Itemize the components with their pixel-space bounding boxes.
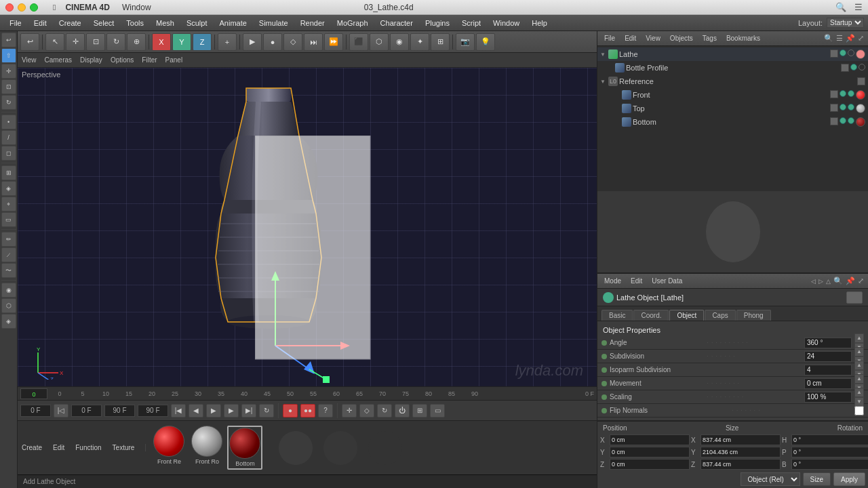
window-menu[interactable]: Window (122, 3, 151, 12)
attr-input-scaling[interactable] (804, 392, 852, 403)
attr-pin-icon[interactable]: 📌 (846, 277, 855, 285)
layout-select[interactable]: Startup (827, 18, 864, 28)
menu-script[interactable]: Script (456, 18, 486, 28)
keyframe-btn[interactable]: ◇ (283, 33, 302, 51)
menu-mograph[interactable]: MoGraph (332, 18, 374, 28)
paint-tool[interactable]: ✏ (1, 232, 16, 247)
select-tool[interactable]: ⇧ (1, 48, 16, 63)
menu-select[interactable]: Select (88, 18, 120, 28)
timeline[interactable]: 0 0 5 10 15 20 25 30 35 40 45 50 55 60 6… (18, 386, 597, 400)
help-btn[interactable]: ? (318, 404, 333, 418)
front-vis-icon[interactable] (830, 90, 838, 98)
anim-btn2[interactable]: ⏩ (324, 33, 343, 51)
rotate-btn[interactable]: ↻ (106, 33, 125, 51)
size-z-input[interactable] (701, 459, 781, 470)
mat-create-menu[interactable]: Create (22, 444, 42, 451)
menu-plugins[interactable]: Plugins (420, 18, 455, 28)
attr-input-isoparm[interactable] (804, 365, 852, 375)
menu-character[interactable]: Character (375, 18, 418, 28)
attr-search-icon[interactable]: 🔍 (833, 277, 843, 285)
apple-menu[interactable]:  (53, 3, 56, 12)
menu-animate[interactable]: Animate (214, 18, 252, 28)
prev-frame-btn[interactable]: ◀ (189, 404, 203, 418)
lathe-vis-icon[interactable] (830, 49, 838, 58)
obj-pin-icon[interactable]: 📌 (846, 34, 855, 43)
cameras-menu[interactable]: Cameras (45, 56, 73, 64)
record-all-btn[interactable]: ●● (300, 404, 315, 418)
light-btn[interactable]: 💡 (476, 33, 495, 51)
material-front-ro[interactable]: Front Ro (189, 426, 224, 470)
mat-edit-menu[interactable]: Edit (53, 444, 64, 451)
lathe-green-dot[interactable] (840, 49, 846, 56)
attr-nav-up[interactable]: △ (826, 278, 831, 285)
grid-view-btn[interactable]: ⊞ (431, 33, 450, 51)
bottom-green-dot[interactable] (840, 117, 846, 124)
obj-edit-menu[interactable]: Edit (622, 34, 639, 43)
obj-objects-menu[interactable]: Objects (667, 34, 696, 43)
loop-btn[interactable]: ↻ (259, 404, 274, 418)
tree-item-bottle-profile[interactable]: Bottle Profile (604, 61, 868, 75)
anim-btn[interactable]: ⏭ (304, 33, 323, 51)
tree-arrow-lathe[interactable]: ▼ (600, 52, 607, 58)
filter-menu[interactable]: Filter (142, 56, 157, 64)
attr-stepper-scaling[interactable]: ▲ ▼ (854, 388, 864, 407)
next-frame-btn[interactable]: ▶ (224, 404, 239, 418)
edge-mode[interactable]: / (1, 130, 16, 145)
play-btn-top[interactable]: ▶ (243, 33, 262, 51)
top-green-dot[interactable] (840, 104, 846, 110)
attr-input-angle[interactable] (804, 338, 852, 348)
obj-search-icon[interactable]: 🔍 (824, 34, 833, 43)
options-menu[interactable]: Options (111, 56, 134, 64)
point-mode[interactable]: • (1, 115, 16, 129)
attr-stepper-up-scaling[interactable]: ▲ (854, 388, 864, 397)
attr-input-movement[interactable] (804, 378, 852, 389)
grid-transport-btn[interactable]: ⊞ (412, 404, 427, 418)
attr-stepper-up-subdivision[interactable]: ▲ (854, 347, 864, 357)
rot-h-input[interactable] (791, 434, 868, 445)
sculpt-tool-2[interactable]: ⬡ (1, 298, 16, 313)
attr-stepper-up-movement[interactable]: ▲ (854, 374, 864, 384)
pos-z-input[interactable] (610, 459, 690, 470)
size-x-input[interactable] (701, 434, 781, 445)
attr-input-subdivision[interactable] (804, 351, 852, 362)
attr-stepper-up-angle[interactable]: ▲ (854, 333, 864, 343)
tree-item-reference[interactable]: ▼ L0 Reference (597, 75, 868, 88)
menu-file[interactable]: File (4, 18, 27, 28)
scale-tool[interactable]: ⊡ (1, 79, 16, 94)
rot-p-input[interactable] (791, 447, 868, 458)
panel-menu[interactable]: Panel (165, 56, 183, 64)
tab-phong[interactable]: Phong (736, 310, 771, 321)
menu-sculpt[interactable]: Sculpt (181, 18, 213, 28)
material-bottom[interactable]: Bottom (227, 426, 262, 470)
goto-end-btn[interactable]: ▶| (241, 404, 256, 418)
tree-item-lathe[interactable]: ▼ Lathe (597, 47, 868, 61)
bottom-swatch[interactable] (856, 117, 865, 127)
front-swatch[interactable] (856, 90, 865, 100)
bottom-vis-icon[interactable] (830, 117, 838, 125)
scale-btn[interactable]: ⊡ (86, 33, 105, 51)
end-frame-input[interactable] (104, 405, 135, 417)
obj-view-menu[interactable]: View (643, 34, 663, 43)
rot-b-input[interactable] (791, 459, 868, 470)
attr-stepper-up-isoparm[interactable]: ▲ (854, 361, 864, 370)
size-button[interactable]: Size (803, 472, 831, 486)
obj-filter-icon[interactable]: ☰ (836, 34, 843, 43)
x-axis-btn[interactable]: X (152, 33, 171, 51)
bp-vis-icon[interactable] (841, 64, 849, 72)
tree-item-front[interactable]: Front (611, 88, 868, 102)
anim-transport-btn[interactable]: ↻ (377, 404, 392, 418)
tab-basic[interactable]: Basic (601, 310, 633, 321)
mat-function-menu[interactable]: Function (75, 444, 101, 451)
mat-texture-menu[interactable]: Texture (113, 444, 135, 451)
snap-tool[interactable]: ⌖ (1, 197, 16, 211)
pos-y-input[interactable] (610, 447, 690, 458)
y-axis-btn[interactable]: Y (172, 33, 191, 51)
cube-view-btn[interactable]: ⬛ (349, 33, 368, 51)
floor-tool[interactable]: ▭ (1, 212, 16, 227)
coord-mode-select[interactable]: Object (Rel) World (741, 472, 800, 486)
lathe-swatch[interactable] (856, 49, 865, 59)
obj-bookmarks-menu[interactable]: Bookmarks (724, 34, 763, 43)
total-frames-input[interactable] (138, 405, 168, 417)
menu-simulate[interactable]: Simulate (254, 18, 294, 28)
view-menu[interactable]: View (22, 56, 37, 64)
